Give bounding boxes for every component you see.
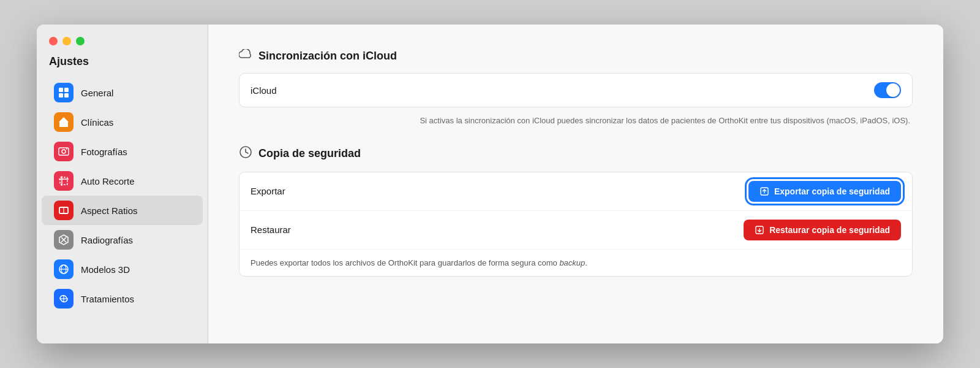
footer-note-text-start: Puedes exportar todos los archivos de Or… <box>251 258 559 267</box>
icloud-section: Sincronización con iCloud iCloud Si acti… <box>239 49 913 127</box>
maximize-button[interactable] <box>76 37 85 45</box>
modelos-3d-label: Modelos 3D <box>81 264 130 275</box>
svg-rect-0 <box>59 88 63 92</box>
sidebar-item-radiografias[interactable]: Radiografías <box>42 225 203 255</box>
general-icon <box>54 83 74 102</box>
modelos-3d-icon <box>54 259 74 279</box>
footer-note: Puedes exportar todos los archivos de Or… <box>239 249 912 277</box>
icloud-description: Si activas la sincronización con iCloud … <box>239 115 913 127</box>
main-content: Sincronización con iCloud iCloud Si acti… <box>208 25 943 343</box>
aspect-ratios-icon <box>54 201 74 220</box>
sidebar: Ajustes General Clínicas <box>37 25 208 343</box>
restore-row: Restaurar Restaurar copia de seguridad <box>239 210 912 249</box>
aspect-ratios-label: Aspect Ratios <box>81 205 138 216</box>
svg-point-7 <box>62 150 66 153</box>
export-label: Exportar <box>251 186 285 196</box>
icloud-toggle[interactable] <box>874 82 901 98</box>
clinicas-icon <box>54 112 74 132</box>
svg-marker-5 <box>59 117 69 122</box>
radiografias-icon <box>54 230 74 250</box>
icloud-section-title: Sincronización con iCloud <box>258 50 397 63</box>
radiografias-label: Radiografías <box>81 235 133 245</box>
backup-rows: Exportar Exportar copia de seguridad Res… <box>239 172 913 277</box>
restore-icon <box>755 225 764 235</box>
footer-note-italic: backup <box>559 258 585 267</box>
fotografias-icon <box>54 142 74 161</box>
auto-recorte-icon <box>54 171 74 191</box>
icloud-row: iCloud <box>239 73 913 107</box>
sidebar-item-fotografias[interactable]: Fotografías <box>42 137 203 166</box>
backup-section-header: Copia de seguridad <box>239 145 913 162</box>
svg-point-8 <box>66 148 67 150</box>
app-window: Ajustes General Clínicas <box>37 25 943 343</box>
footer-note-text-end: . <box>585 258 587 267</box>
clinicas-label: Clínicas <box>81 117 113 128</box>
minimize-button[interactable] <box>62 37 71 45</box>
sidebar-item-tratamientos[interactable]: Tratamientos <box>42 284 203 313</box>
sidebar-title: Ajustes <box>37 55 208 78</box>
sidebar-item-modelos-3d[interactable]: Modelos 3D <box>42 255 203 284</box>
sidebar-item-clinicas[interactable]: Clínicas <box>42 107 203 137</box>
tratamientos-label: Tratamientos <box>81 294 134 304</box>
export-button-label: Exportar copia de seguridad <box>774 186 890 196</box>
svg-rect-2 <box>59 93 63 98</box>
sidebar-item-auto-recorte[interactable]: Auto Recorte <box>42 166 203 196</box>
restore-label: Restaurar <box>251 224 291 235</box>
backup-section: Copia de seguridad Exportar Exportar cop… <box>239 145 913 277</box>
export-icon <box>760 186 769 196</box>
svg-rect-1 <box>64 88 69 92</box>
backup-section-title: Copia de seguridad <box>258 147 361 160</box>
auto-recorte-label: Auto Recorte <box>81 176 135 186</box>
sidebar-item-aspect-ratios[interactable]: Aspect Ratios <box>42 196 203 225</box>
svg-rect-4 <box>59 121 68 127</box>
export-button[interactable]: Exportar copia de seguridad <box>748 181 901 202</box>
fotografias-label: Fotografías <box>81 147 127 157</box>
tratamientos-icon <box>54 289 74 309</box>
general-label: General <box>81 88 113 98</box>
svg-rect-9 <box>60 177 67 185</box>
export-row: Exportar Exportar copia de seguridad <box>239 172 912 210</box>
icloud-label: iCloud <box>251 85 277 96</box>
icloud-section-header: Sincronización con iCloud <box>239 49 913 63</box>
sidebar-item-general[interactable]: General <box>42 78 203 107</box>
close-button[interactable] <box>49 37 58 45</box>
icloud-icon <box>239 49 252 63</box>
backup-icon <box>239 145 252 162</box>
restore-button[interactable]: Restaurar copia de seguridad <box>744 220 901 240</box>
window-controls <box>37 37 208 55</box>
restore-button-label: Restaurar copia de seguridad <box>769 225 890 235</box>
svg-rect-3 <box>64 93 69 98</box>
